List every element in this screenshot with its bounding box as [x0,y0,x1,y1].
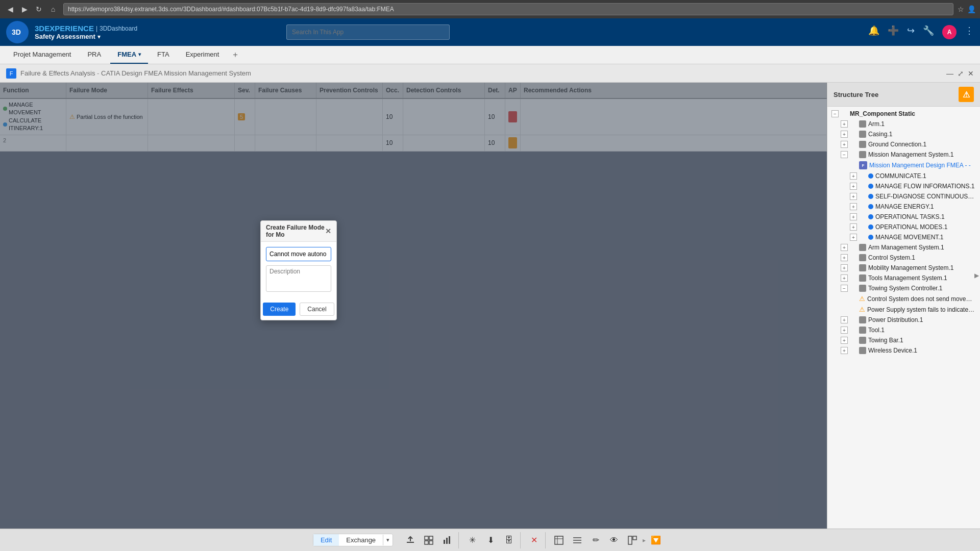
tab-experiment[interactable]: Experiment [179,46,227,64]
nav-home-btn[interactable]: ⌂ [47,3,59,15]
tree-expand-manage-movement[interactable]: + [850,234,857,241]
tree-collapse-mission[interactable]: − [841,151,848,158]
tree-item-manage-energy[interactable]: + MANAGE ENERGY.1 [827,202,980,212]
tree-item-manage-flow[interactable]: + MANAGE FLOW INFORMATIONS.1 [827,181,980,191]
tree-expand-control-system[interactable]: + [841,254,848,261]
tree-expand-operational-tasks[interactable]: + [850,213,857,220]
toolbar-rows-btn[interactable] [569,532,585,548]
nav-back-btn[interactable]: ◀ [4,3,16,15]
toolbar-layout-btn[interactable] [624,532,641,548]
tab-project-management[interactable]: Projet Management [6,46,78,64]
minimize-btn[interactable]: — [946,69,953,78]
toolbar-db-btn[interactable]: 🗄 [501,532,517,548]
toolbar-table-btn[interactable] [551,532,567,548]
tree-collapse-root[interactable]: − [831,110,839,117]
toolbar-edit2-btn[interactable]: ✏ [587,532,604,548]
svg-rect-2 [407,542,414,543]
tree-expand-towing-bar[interactable]: + [841,337,848,344]
tree-collapse-towing-ctrl[interactable]: − [841,285,848,292]
toolbar-more-arrow[interactable]: ▸ [643,537,646,544]
toolbar-eye-btn[interactable]: 👁 [606,532,622,548]
tree-item-arm[interactable]: + Arm.1 [827,119,980,129]
close-page-btn[interactable]: ✕ [968,69,974,78]
failure-mode-description-input[interactable] [266,265,331,292]
tree-item-mobility-mgmt[interactable]: + Mobility Management System.1 [827,263,980,273]
toolbar-dropdown-arrow[interactable]: ▾ [383,535,393,545]
tree-expand-tool1[interactable]: + [841,327,848,334]
tools-icon[interactable]: 🔧 [923,25,934,39]
address-bar[interactable] [63,3,953,15]
svg-rect-16 [628,536,632,544]
failure-mode-name-input[interactable] [266,247,331,261]
tree-item-root[interactable]: − MR_Component Static [827,109,980,119]
tree-item-power-dist[interactable]: + Power Distribution.1 [827,315,980,325]
user-avatar[interactable]: A [942,25,957,39]
tab-pra[interactable]: PRA [80,46,108,64]
header-search-input[interactable] [286,24,450,40]
toolbar-upload-btn[interactable] [402,532,419,548]
tree-expand-power-dist[interactable]: + [841,316,848,323]
more-icon[interactable]: ⋮ [965,25,974,39]
fmea-tab-arrow[interactable]: ▾ [138,52,141,57]
tree-expand-tools-mgmt[interactable]: + [841,274,848,282]
tree-item-mission-fmea[interactable]: F Mission Mangement Design FMEA - - [827,160,980,171]
tree-expand-operational-modes[interactable]: + [850,223,857,231]
panel-expand-arrow[interactable]: ▶ [974,272,979,279]
dialog-close-button[interactable]: ✕ [325,227,331,235]
tree-item-manage-movement[interactable]: + MANAGE MOVEMENT.1 [827,232,980,242]
edit-button[interactable]: Edit [313,534,339,546]
tree-expand-ground[interactable]: + [841,141,848,148]
tree-item-mission-mgmt[interactable]: − Mission Management System.1 [827,149,980,160]
toolbar-chart-btn[interactable] [439,532,455,548]
expand-btn[interactable]: ⤢ [958,69,964,78]
tab-fta[interactable]: FTA [150,46,177,64]
toolbar-delete-btn[interactable]: ✕ [526,532,542,548]
tree-label-power-supply-failure: Power Supply system fails to indicate ch… [867,306,976,313]
toolbar-grid-btn[interactable] [421,532,437,548]
tree-item-self-diagnose[interactable]: + SELF-DIAGNOSE CONTINUOUSLY.1 [827,191,980,202]
notifications-icon[interactable]: 🔔 [868,25,879,39]
tree-expand-wireless-dev[interactable]: + [841,347,848,354]
star-icon[interactable]: ☆ [958,5,964,13]
fmea-icon: F [859,161,867,169]
tree-expand-arm-mgmt[interactable]: + [841,244,848,251]
tree-item-control-system[interactable]: + Control System.1 [827,253,980,263]
tree-expand-self-diagnose[interactable]: + [850,193,857,200]
tree-label-manage-movement: MANAGE MOVEMENT.1 [875,234,943,241]
tree-label-towing-ctrl: Towing System Controller.1 [868,285,942,292]
tree-item-tools-mgmt[interactable]: + Tools Management System.1 [827,273,980,283]
tree-item-casing[interactable]: + Casing.1 [827,129,980,139]
nav-forward-btn[interactable]: ▶ [18,3,31,15]
tree-item-communicate[interactable]: + COMMUNICATE.1 [827,171,980,181]
tree-expand-arm[interactable]: + [841,120,848,128]
tree-expand-mobility-mgmt[interactable]: + [841,264,848,271]
tree-item-power-supply-failure[interactable]: ⚠ Power Supply system fails to indicate … [827,304,980,315]
tree-item-control-sys-failure[interactable]: ⚠ Control System does not send movement … [827,293,980,304]
exchange-button[interactable]: Exchange [339,534,383,546]
tree-expand-manage-flow[interactable]: + [850,183,857,190]
tree-expand-manage-energy[interactable]: + [850,203,857,210]
tree-item-towing-ctrl[interactable]: − Towing System Controller.1 [827,283,980,293]
toolbar-filter-btn[interactable]: 🔽 [648,532,664,548]
tree-item-operational-modes[interactable]: + OPERATIONAL MODES.1 [827,222,980,232]
create-button[interactable]: Create [263,303,296,316]
add-icon[interactable]: ➕ [888,25,899,39]
tree-item-arm-mgmt[interactable]: + Arm Management System.1 [827,242,980,253]
tree-expand-casing[interactable]: + [841,131,848,138]
cancel-button[interactable]: Cancel [300,303,334,316]
profile-icon[interactable]: 👤 [967,5,976,13]
tree-component-icon [859,327,866,334]
tab-fmea[interactable]: FMEA ▾ [110,46,148,64]
add-tab-button[interactable]: ＋ [228,49,242,60]
toolbar-asterisk-btn[interactable]: ✳ [464,532,480,548]
tree-item-wireless-dev[interactable]: + Wireless Device.1 [827,345,980,356]
tree-expand-communicate[interactable]: + [850,172,857,180]
tree-item-ground-conn[interactable]: + Ground Connection.1 [827,139,980,149]
share-icon[interactable]: ↪ [907,25,915,39]
tree-item-operational-tasks[interactable]: + OPERATIONAL TASKS.1 [827,212,980,222]
toolbar-down-btn[interactable]: ⬇ [482,532,499,548]
tree-item-towing-bar[interactable]: + Towing Bar.1 [827,335,980,345]
tree-item-tool1[interactable]: + Tool.1 [827,325,980,335]
nav-refresh-btn[interactable]: ↻ [33,3,45,15]
dropdown-arrow[interactable]: ▾ [97,33,101,40]
